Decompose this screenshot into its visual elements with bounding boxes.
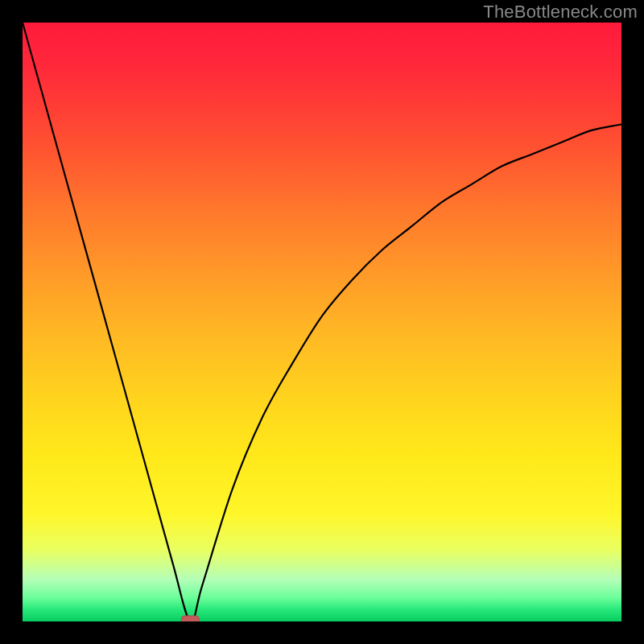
chart-container: TheBottleneck.com [0,0,644,644]
watermark-text: TheBottleneck.com [483,2,638,23]
plot-area [23,23,621,621]
bottleneck-curve [23,23,621,621]
chart-svg [23,23,621,621]
minimum-marker [181,616,199,621]
